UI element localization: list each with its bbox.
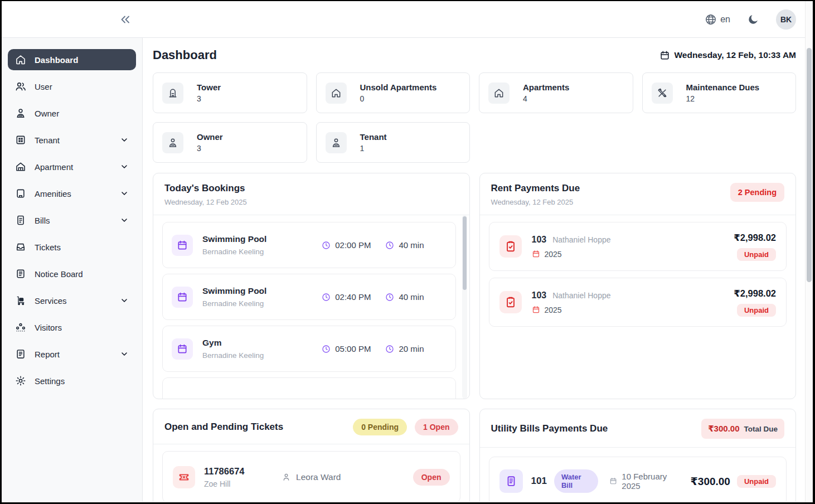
panel-title: Today's Bookings xyxy=(164,183,247,194)
calendar-icon xyxy=(532,306,540,314)
clock-icon xyxy=(322,293,331,302)
sidebar-item-label: Owner xyxy=(35,109,129,118)
rent-unit: 103 xyxy=(532,235,547,245)
page-title: Dashboard xyxy=(153,48,217,62)
panel-title: Utility Bills Payments Due xyxy=(491,423,608,434)
ticket-item[interactable]: 11786674 Zoe Hill Leora Ward Open xyxy=(162,451,460,502)
ticket-status-badge: Open xyxy=(413,469,450,486)
sidebar-collapse-button[interactable] xyxy=(119,13,132,26)
sidebar-item-amenities[interactable]: Amenities xyxy=(8,183,136,204)
page-scrollbar-thumb[interactable] xyxy=(807,48,812,282)
stat-cards: Tower3 Unsold Apartments0 Apartments4 Ma… xyxy=(153,72,796,163)
chevron-down-icon xyxy=(120,350,129,358)
language-selector[interactable]: en xyxy=(705,13,730,26)
status-badge: Unpaid xyxy=(737,248,776,261)
sidebar-item-report[interactable]: Report xyxy=(8,343,136,365)
sidebar-item-label: Visitors xyxy=(35,323,129,332)
utility-bill-item[interactable]: 101 Water Bill 10 February 2025 ₹300.00 … xyxy=(489,457,787,502)
chevron-double-left-icon xyxy=(119,13,132,26)
status-badge: Unpaid xyxy=(737,304,776,317)
calendar-icon xyxy=(177,343,188,355)
ticket-raised-by: Zoe Hill xyxy=(204,479,245,488)
calendar-icon xyxy=(609,477,617,486)
home-outline-icon xyxy=(493,88,504,99)
chevron-down-icon xyxy=(120,162,129,171)
chevron-down-icon xyxy=(120,135,129,144)
sidebar-item-dashboard[interactable]: Dashboard xyxy=(8,49,136,70)
page-scrollbar[interactable] xyxy=(805,1,813,502)
sidebar-item-services[interactable]: Services xyxy=(8,290,136,311)
rent-due-item[interactable]: 103 Nathaniel Hoppe 2025 ₹2,998.02 xyxy=(489,278,787,327)
users-icon xyxy=(15,81,26,92)
sidebar: Dashboard User Owner Tenant Apartment xyxy=(2,38,143,502)
open-tickets-badge: 1 Open xyxy=(415,419,458,435)
rent-person: Nathaniel Hoppe xyxy=(552,235,610,244)
sidebar-item-tickets[interactable]: Tickets xyxy=(8,236,136,258)
stat-label: Tower xyxy=(197,83,221,92)
stat-card-owner[interactable]: Owner3 xyxy=(153,122,307,163)
house-icon xyxy=(15,161,26,172)
stat-card-tower[interactable]: Tower3 xyxy=(153,72,307,113)
report-icon xyxy=(15,348,26,360)
stat-value: 4 xyxy=(523,94,569,103)
bookings-scrollbar-thumb[interactable] xyxy=(463,216,467,290)
ticket-inbox-icon xyxy=(15,241,26,253)
person-icon xyxy=(15,108,26,119)
home-outline-icon xyxy=(331,88,342,99)
pending-count-badge: 2 Pending xyxy=(730,183,784,202)
sidebar-item-label: Services xyxy=(35,296,111,306)
rent-payments-panel: Rent Payments Due Wednesday, 12 Feb 2025… xyxy=(479,173,797,399)
clock-icon xyxy=(385,241,394,250)
sidebar-item-apartment[interactable]: Apartment xyxy=(8,156,136,177)
booking-item[interactable]: Swimming Pool Bernadine Keeling 02:40 PM… xyxy=(162,274,456,320)
tower-icon xyxy=(167,88,178,99)
clipboard-check-icon xyxy=(504,240,517,253)
booking-time: 05:00 PM xyxy=(335,344,371,353)
bill-status-badge: Unpaid xyxy=(737,475,776,488)
booking-person: Bernadine Keeling xyxy=(202,248,322,256)
sidebar-item-label: Dashboard xyxy=(35,55,129,65)
todays-bookings-panel: Today's Bookings Wednesday, 12 Feb 2025 … xyxy=(153,173,470,399)
stat-card-unsold-apartments[interactable]: Unsold Apartments0 xyxy=(316,72,470,113)
booking-item[interactable]: Swimming Pool Bernadine Keeling 02:00 PM… xyxy=(162,222,456,268)
rent-due-item[interactable]: 103 Nathaniel Hoppe 2025 ₹2,998.02 xyxy=(489,222,787,271)
stat-label: Apartments xyxy=(523,83,569,92)
tickets-panel: Open and Pending Tickets 0 Pending 1 Ope… xyxy=(153,409,470,502)
total-due-label: Total Due xyxy=(744,425,778,433)
sidebar-item-tenant[interactable]: Tenant xyxy=(8,129,136,151)
stat-card-apartments[interactable]: Apartments4 xyxy=(479,72,633,113)
panel-title: Rent Payments Due xyxy=(491,183,580,194)
sidebar-item-notice-board[interactable]: Notice Board xyxy=(8,263,136,284)
panel-subtitle: Wednesday, 12 Feb 2025 xyxy=(164,198,247,206)
notice-board-icon xyxy=(15,268,26,279)
rent-year: 2025 xyxy=(545,250,562,259)
bill-document-icon xyxy=(505,475,517,487)
bill-amount: ₹300.00 xyxy=(691,475,730,488)
booking-time: 02:40 PM xyxy=(335,292,371,302)
bill-icon xyxy=(15,215,26,226)
stat-value: 3 xyxy=(197,144,223,153)
stat-card-maintenance-dues[interactable]: Maintenance Dues12 xyxy=(642,72,797,113)
bookings-scrollbar[interactable] xyxy=(462,215,467,399)
clock-icon xyxy=(385,345,394,353)
booking-item[interactable]: Gym Bernadine Keeling 05:00 PM 20 min xyxy=(162,326,456,372)
sidebar-item-owner[interactable]: Owner xyxy=(8,103,136,124)
sidebar-item-label: User xyxy=(35,82,129,91)
stat-value: 0 xyxy=(360,94,437,103)
stat-value: 12 xyxy=(686,94,760,103)
stat-card-tenant[interactable]: Tenant1 xyxy=(316,122,470,163)
main-content: Dashboard Wednesday, 12 Feb, 10:33 AM To… xyxy=(143,38,813,502)
sidebar-item-settings[interactable]: Settings xyxy=(8,370,136,391)
sidebar-item-user[interactable]: User xyxy=(8,76,136,97)
ticket-icon xyxy=(178,471,190,483)
sidebar-item-visitors[interactable]: Visitors xyxy=(8,317,136,338)
sidebar-item-bills[interactable]: Bills xyxy=(8,210,136,231)
dark-mode-toggle[interactable] xyxy=(747,13,759,26)
booking-duration: 40 min xyxy=(399,292,424,302)
pending-tickets-badge: 0 Pending xyxy=(353,419,407,435)
calendar-icon xyxy=(659,50,670,61)
booking-item-partial[interactable] xyxy=(162,377,456,399)
user-avatar[interactable]: BK xyxy=(776,9,796,30)
rent-unit: 103 xyxy=(532,290,547,301)
moon-icon xyxy=(747,13,759,26)
